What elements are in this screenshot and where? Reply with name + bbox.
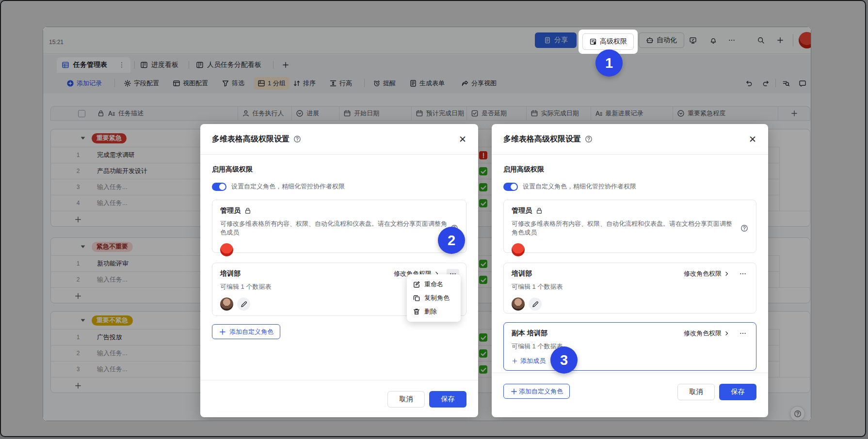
pencil-icon	[531, 300, 539, 308]
help-icon[interactable]	[585, 135, 593, 143]
dialog-footer: 取消 保存	[200, 380, 478, 417]
step-badge-1: 1	[595, 49, 623, 77]
copy-icon	[413, 294, 420, 302]
duplicated-role-card: 副本 培训部 修改角色权限 可编辑 1 个数据表 添加成员	[503, 322, 756, 371]
modify-role-permission-link[interactable]: 修改角色权限	[684, 269, 730, 278]
member-avatar[interactable]	[220, 243, 233, 256]
onboarding-spotlight: 高级权限 1	[579, 30, 638, 54]
close-icon[interactable]: ✕	[749, 134, 756, 145]
add-custom-role-button[interactable]: 添加自定义角色	[212, 324, 280, 339]
step-badge-3: 3	[550, 346, 578, 374]
role-desc: 可编辑 1 个数据表	[512, 282, 563, 291]
edit-members-button[interactable]	[237, 298, 250, 311]
admin-role-card: 管理员 可修改多维表格所有内容、权限、自动化流程和仪表盘。请在文档分享页面调整角…	[212, 200, 466, 253]
enable-toggle[interactable]	[503, 183, 518, 191]
id-badge-lock-icon	[589, 38, 597, 46]
modify-role-permission-link[interactable]: 修改角色权限	[684, 329, 730, 338]
role-more-menu-button[interactable]	[737, 329, 749, 338]
dialog-header: 多维表格高级权限设置 ✕	[200, 124, 478, 155]
toggle-description: 设置自定义角色，精细化管控协作者权限	[231, 182, 345, 191]
toggle-row: 设置自定义角色，精细化管控协作者权限	[212, 182, 466, 191]
menu-item-label: 重命名	[424, 280, 443, 289]
role-context-menu: 重命名 复制角色 删除	[407, 274, 461, 322]
permission-dialog-left: 多维表格高级权限设置 ✕ 启用高级权限 设置自定义角色，精细化管控协作者权限 管…	[200, 124, 478, 417]
app-window: 15:21 分享 自动化 任务管理表	[43, 27, 811, 421]
member-avatar[interactable]	[512, 298, 525, 311]
edit-members-button[interactable]	[529, 298, 542, 311]
admin-role-name: 管理员	[220, 206, 241, 215]
modify-label: 修改角色权限	[684, 269, 722, 278]
add-member-link[interactable]: 添加成员	[512, 357, 748, 365]
plus-icon	[512, 357, 518, 365]
lock-icon	[535, 207, 543, 215]
role-name: 副本 培训部	[512, 329, 547, 338]
admin-role-desc: 可修改多维表格所有内容、权限、自动化流程和仪表盘。请在文档分享页面调整角色成员	[220, 220, 448, 237]
toggle-description: 设置自定义角色，精细化管控协作者权限	[523, 182, 636, 191]
add-custom-role-button[interactable]: 添加自定义角色	[503, 384, 570, 399]
advanced-permission-label: 高级权限	[600, 37, 627, 46]
dialog-header: 多维表格高级权限设置 ✕	[492, 124, 768, 155]
permission-dialog-right: 多维表格高级权限设置 ✕ 启用高级权限 设置自定义角色，精细化管控协作者权限 管…	[492, 124, 768, 417]
role-desc: 可编辑 1 个数据表	[220, 282, 271, 291]
desktop-background: 15:21 分享 自动化 任务管理表	[0, 0, 866, 437]
add-custom-role-label: 添加自定义角色	[519, 387, 563, 396]
toggle-row: 设置自定义角色，精细化管控协作者权限	[503, 182, 756, 191]
menu-item-duplicate-role[interactable]: 复制角色	[407, 291, 461, 305]
enable-toggle[interactable]	[212, 183, 226, 191]
step-badge-2: 2	[438, 227, 465, 254]
cancel-button[interactable]: 取消	[677, 384, 715, 400]
enable-permission-label: 启用高级权限	[212, 165, 466, 174]
help-icon[interactable]	[293, 135, 301, 143]
modify-label: 修改角色权限	[684, 329, 722, 338]
member-avatar[interactable]	[512, 243, 525, 256]
chevron-right-icon	[723, 270, 730, 278]
menu-item-label: 复制角色	[424, 294, 450, 302]
help-icon[interactable]	[740, 224, 748, 232]
trash-icon	[413, 308, 420, 315]
admin-role-name: 管理员	[512, 206, 532, 215]
plus-icon	[510, 388, 518, 395]
member-avatar[interactable]	[220, 298, 233, 311]
close-icon[interactable]: ✕	[459, 134, 466, 145]
dialog-footer: 添加自定义角色 取消 保存	[492, 373, 768, 417]
cancel-button[interactable]: 取消	[387, 391, 425, 408]
menu-item-delete[interactable]: 删除	[407, 305, 461, 318]
admin-role-desc: 可修改多维表格所有内容、权限、自动化流程和仪表盘。请在文档分享页面调整角色成员	[512, 220, 738, 237]
pencil-icon	[240, 300, 248, 308]
dialog-body: 启用高级权限 设置自定义角色，精细化管控协作者权限 管理员 可修改多维表格所有内…	[492, 165, 768, 371]
role-more-menu-button[interactable]	[737, 269, 749, 279]
chevron-right-icon	[723, 329, 730, 337]
advanced-permission-button[interactable]: 高级权限	[582, 33, 634, 50]
plus-icon	[219, 328, 226, 336]
custom-role-card: 培训部 修改角色权限 可编辑 1 个数据表	[503, 263, 756, 314]
lock-icon	[244, 207, 252, 215]
role-name: 培训部	[512, 269, 532, 278]
admin-role-card: 管理员 可修改多维表格所有内容、权限、自动化流程和仪表盘。请在文档分享页面调整角…	[503, 200, 756, 253]
menu-item-label: 删除	[424, 307, 437, 316]
save-button[interactable]: 保存	[719, 384, 756, 400]
save-button[interactable]: 保存	[429, 391, 466, 408]
dialog-title: 多维表格高级权限设置	[212, 134, 289, 144]
rename-icon	[413, 281, 420, 288]
menu-item-rename[interactable]: 重命名	[407, 278, 461, 291]
dialog-title: 多维表格高级权限设置	[503, 134, 581, 144]
role-name: 培训部	[220, 269, 241, 278]
add-custom-role-label: 添加自定义角色	[229, 328, 273, 336]
enable-permission-label: 启用高级权限	[503, 165, 756, 174]
add-member-label: 添加成员	[520, 357, 546, 365]
